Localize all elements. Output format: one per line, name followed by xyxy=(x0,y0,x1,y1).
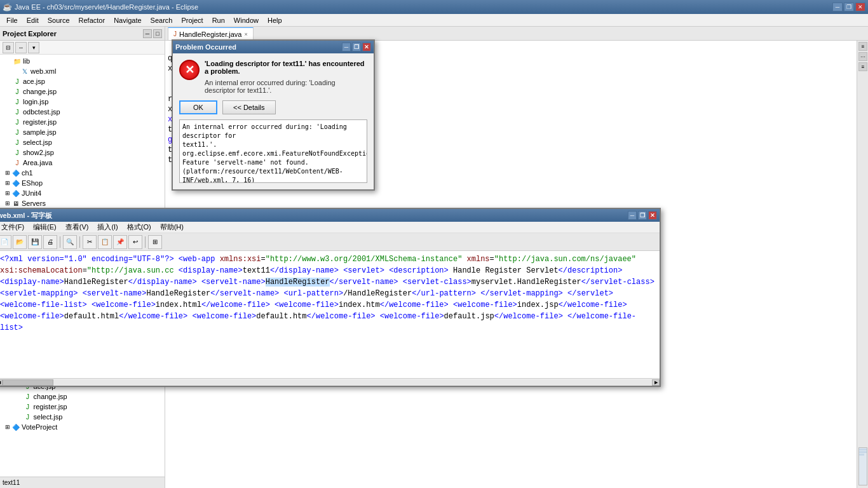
find-btn[interactable]: 🔍 xyxy=(63,235,77,249)
toolbar-sep1 xyxy=(60,236,60,248)
server-icon: 🖥 xyxy=(11,199,20,208)
menu-search[interactable]: Search xyxy=(147,15,177,25)
tree-item-select-jsp[interactable]: J select.jsp xyxy=(0,137,165,147)
collapse-all-btn[interactable]: ⊟ xyxy=(3,42,14,53)
dialog-title-controls[interactable]: ─ ❐ ✕ xyxy=(342,43,371,51)
jsp-icon: J xyxy=(24,412,32,421)
tree-item-ace-jsp[interactable]: J ace.jsp xyxy=(0,76,165,86)
copy-btn[interactable]: 📋 xyxy=(98,235,112,249)
main-layout: Project Explorer ─ □ ⊟ ↔ ▾ 📁 lib 𝕏 xyxy=(0,27,868,488)
tree-item-show2-jsp[interactable]: J show2.jsp xyxy=(0,147,165,158)
paste-btn[interactable]: 📌 xyxy=(113,235,127,249)
notepad-restore-btn[interactable]: ❐ xyxy=(638,211,647,220)
tree-item-servers[interactable]: ⊞ 🖥 Servers xyxy=(0,198,165,208)
dialog-restore-btn[interactable]: ❐ xyxy=(352,43,361,51)
dialog-minimize-btn[interactable]: ─ xyxy=(342,43,351,51)
dialog-title-text: Problem Occurred xyxy=(175,43,236,51)
sidebar-status-text: text11 xyxy=(3,479,20,486)
tree-item-eshop[interactable]: ⊞ 🔷 EShop xyxy=(0,178,165,188)
sidebar-status: text11 xyxy=(0,477,165,488)
ok-button[interactable]: OK xyxy=(179,100,217,114)
hscroll-right-btn[interactable]: ▶ xyxy=(652,379,660,386)
close-button[interactable]: ✕ xyxy=(855,3,865,11)
notepad-window[interactable]: web.xml - 写字板 ─ ❐ ✕ 文件(F) 编辑(E) 查看(V) 插入… xyxy=(0,208,661,387)
tree-item-area-java[interactable]: J Area.java xyxy=(0,158,165,168)
menu-project[interactable]: Project xyxy=(177,15,207,25)
notepad-menu-file[interactable]: 文件(F) xyxy=(0,222,28,233)
new-btn[interactable]: 📄 xyxy=(0,235,11,249)
tab-close-btn[interactable]: × xyxy=(244,31,247,37)
cut-btn[interactable]: ✂ xyxy=(83,235,97,249)
details-button[interactable]: << Details xyxy=(222,100,276,114)
eclipse-right-panel: ≡ ⋯ ≡ xyxy=(857,41,868,488)
notepad-menu-edit[interactable]: 编辑(E) xyxy=(29,222,60,233)
editor-tab-handleregister[interactable]: J HandleRegister.java × xyxy=(168,27,254,40)
menu-window[interactable]: Window xyxy=(230,15,262,25)
save-btn[interactable]: 💾 xyxy=(28,235,42,249)
project-icon: 🔷 xyxy=(11,168,20,177)
notepad-minimize-btn[interactable]: ─ xyxy=(628,211,637,220)
java-icon: J xyxy=(13,158,22,167)
tree-item-webxml-root[interactable]: 𝕏 web.xml xyxy=(0,66,165,76)
title-bar-left: ☕ Java EE - ch03/src/myservlet/HandleReg… xyxy=(3,3,198,11)
tree-item-login-jsp[interactable]: J login.jsp xyxy=(0,97,165,107)
folder-icon: 📁 xyxy=(13,57,22,65)
tree-item-change-jsp[interactable]: J change.jsp xyxy=(0,86,165,97)
right-panel-btn2[interactable]: ⋯ xyxy=(858,52,867,61)
right-panel-btn3[interactable]: ≡ xyxy=(858,62,867,71)
tree-item-register-jsp2[interactable]: · J register.jsp xyxy=(0,402,165,412)
notepad-hscrollbar[interactable]: ◀ ▶ xyxy=(0,378,660,386)
dialog-close-btn[interactable]: ✕ xyxy=(362,43,371,51)
link-with-editor-btn[interactable]: ↔ xyxy=(15,42,27,53)
tree-item-ch1[interactable]: ⊞ 🔷 ch1 xyxy=(0,168,165,178)
hscroll-track xyxy=(3,379,652,386)
tree-item-select-jsp2[interactable]: · J select.jsp xyxy=(0,412,165,422)
menu-navigate[interactable]: Navigate xyxy=(110,15,145,25)
window-title: Java EE - ch03/src/myservlet/HandleRegis… xyxy=(15,3,198,11)
dialog-body: ✕ 'Loading descriptor for text11.' has e… xyxy=(173,53,374,189)
dialog-buttons: OK << Details xyxy=(179,100,367,114)
minimap-line xyxy=(859,449,867,451)
expand-icon: ⊞ xyxy=(5,170,10,176)
tab-label: HandleRegister.java xyxy=(179,30,241,38)
special-btn[interactable]: ⊞ xyxy=(148,235,162,249)
problem-occurred-dialog[interactable]: Problem Occurred ─ ❐ ✕ ✕ 'Loa xyxy=(172,39,375,191)
notepad-menu-format[interactable]: 格式(O) xyxy=(123,222,155,233)
right-panel-btn1[interactable]: ≡ xyxy=(858,42,867,51)
notepad-menu-insert[interactable]: 插入(I) xyxy=(93,222,121,233)
menu-refactor[interactable]: Refactor xyxy=(75,15,109,25)
tree-item-sample-jsp[interactable]: J sample.jsp xyxy=(0,127,165,137)
menu-edit[interactable]: Edit xyxy=(23,15,43,25)
restore-button[interactable]: ❐ xyxy=(844,3,854,11)
menu-run[interactable]: Run xyxy=(208,15,229,25)
open-btn[interactable]: 📂 xyxy=(13,235,27,249)
notepad-close-btn[interactable]: ✕ xyxy=(648,211,657,220)
tree-item-lib[interactable]: 📁 lib xyxy=(0,56,165,66)
menu-source[interactable]: Source xyxy=(44,15,74,25)
menu-help[interactable]: Help xyxy=(264,15,286,25)
jsp-icon: J xyxy=(13,97,22,106)
notepad-content[interactable]: <?xml version="1.0" encoding="UTF-8"?> <… xyxy=(0,251,660,378)
error-details-box: An internal error occurred during: 'Load… xyxy=(179,119,367,183)
tree-item-junit4[interactable]: ⊞ 🔷 JUnit4 xyxy=(0,188,165,198)
tree-item-voteproject[interactable]: ⊞ 🔷 VoteProject xyxy=(0,422,165,432)
sidebar-header-controls[interactable]: ─ □ xyxy=(143,29,162,38)
tree-item-odbc-jsp[interactable]: J odbctest.jsp xyxy=(0,107,165,117)
notepad-menu-view[interactable]: 查看(V) xyxy=(62,222,93,233)
undo-btn[interactable]: ↩ xyxy=(128,235,142,249)
print-btn[interactable]: 🖨 xyxy=(43,235,57,249)
tree-item-change-jsp2[interactable]: · J change.jsp xyxy=(0,391,165,402)
tree-item-register-jsp[interactable]: J register.jsp xyxy=(0,117,165,127)
sidebar-menu-btn[interactable]: ▾ xyxy=(28,42,39,53)
error-detail-line5: (platform:/resource/text11/WebContent/WE… xyxy=(182,167,364,183)
right-panel-spacer xyxy=(858,72,867,446)
menu-file[interactable]: File xyxy=(3,15,22,25)
title-bar-controls[interactable]: ─ ❐ ✕ xyxy=(832,3,865,11)
sidebar-maximize-btn[interactable]: □ xyxy=(153,29,162,38)
notepad-menu-help[interactable]: 帮助(H) xyxy=(156,222,187,233)
jsp-icon: J xyxy=(24,392,32,401)
notepad-title-controls[interactable]: ─ ❐ ✕ xyxy=(628,211,657,220)
minimize-button[interactable]: ─ xyxy=(832,3,843,11)
hscroll-thumb[interactable] xyxy=(3,379,53,386)
sidebar-minimize-btn[interactable]: ─ xyxy=(143,29,152,38)
